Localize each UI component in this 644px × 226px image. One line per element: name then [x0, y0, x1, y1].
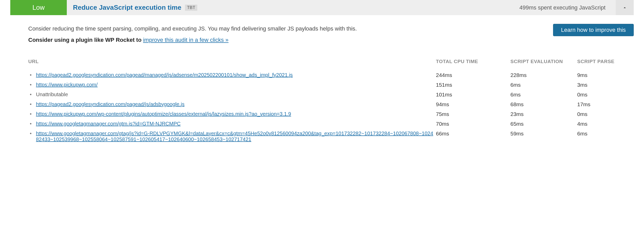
url-link[interactable]: https://www.pickupwp.com/	[36, 82, 98, 87]
eval-cell: 228ms	[510, 72, 575, 78]
cpu-cell: 70ms	[436, 121, 508, 127]
plugin-suggestion-prefix: Consider using a plugin like WP Rocket t…	[28, 37, 143, 43]
audit-data-table: URL TOTAL CPU TIME SCRIPT EVALUATION SCR…	[28, 59, 623, 142]
table-row: https://www.googletagmanager.com/gtag/js…	[28, 131, 623, 142]
cpu-cell: 151ms	[436, 82, 508, 88]
url-cell: https://www.pickupwp.com/wp-content/plug…	[28, 111, 433, 117]
cpu-cell: 66ms	[436, 131, 508, 137]
parse-cell: 9ms	[577, 72, 623, 78]
url-text: Unattributable	[36, 92, 68, 97]
audit-title-area: Reduce JavaScript execution time TBT	[67, 0, 519, 15]
col-total-cpu: TOTAL CPU TIME	[436, 59, 508, 64]
table-row: https://www.pickupwp.com/wp-content/plug…	[28, 111, 623, 117]
audit-description: Consider reducing the time spent parsing…	[28, 25, 623, 32]
audit-body: Learn how to improve this Consider reduc…	[10, 15, 634, 149]
parse-cell: 17ms	[577, 101, 623, 107]
eval-cell: 23ms	[510, 111, 575, 117]
plugin-suggestion-link[interactable]: improve this audit in a few clicks »	[143, 37, 229, 43]
url-link[interactable]: https://pagead2.googlesyndication.com/pa…	[36, 101, 184, 107]
url-cell: https://pagead2.googlesyndication.com/pa…	[28, 72, 433, 78]
url-cell: https://www.googletagmanager.com/gtag/js…	[28, 131, 433, 142]
cpu-cell: 94ms	[436, 101, 508, 107]
parse-cell: 6ms	[577, 131, 623, 137]
url-link[interactable]: https://www.googletagmanager.com/gtag/js…	[36, 131, 433, 142]
parse-cell: 4ms	[577, 121, 623, 127]
cpu-cell: 75ms	[436, 111, 508, 117]
eval-cell: 6ms	[510, 92, 575, 98]
col-script-parse: SCRIPT PARSE	[577, 59, 623, 64]
parse-cell: 0ms	[577, 111, 623, 117]
url-cell: https://www.googletagmanager.com/gtm.js?…	[28, 121, 433, 127]
eval-cell: 65ms	[510, 121, 575, 127]
audit-title: Reduce JavaScript execution time	[73, 4, 181, 12]
url-cell: https://pagead2.googlesyndication.com/pa…	[28, 101, 433, 107]
table-header-row: URL TOTAL CPU TIME SCRIPT EVALUATION SCR…	[28, 59, 623, 64]
eval-cell: 6ms	[510, 82, 575, 88]
table-row: Unattributable101ms6ms0ms	[28, 92, 623, 98]
url-cell: https://www.pickupwp.com/	[28, 82, 433, 88]
table-body: https://pagead2.googlesyndication.com/pa…	[28, 72, 623, 142]
collapse-toggle[interactable]	[616, 0, 634, 15]
audit-header: Low Reduce JavaScript execution time TBT…	[10, 0, 634, 15]
parse-cell: 0ms	[577, 92, 623, 98]
parse-cell: 3ms	[577, 82, 623, 88]
table-row: https://pagead2.googlesyndication.com/pa…	[28, 72, 623, 78]
audit-summary: 499ms spent executing JavaScript	[519, 0, 616, 15]
table-row: https://pagead2.googlesyndication.com/pa…	[28, 101, 623, 107]
col-script-eval: SCRIPT EVALUATION	[510, 59, 575, 64]
cpu-cell: 101ms	[436, 92, 508, 98]
learn-how-button[interactable]: Learn how to improve this	[553, 24, 634, 36]
chevron-up-icon	[622, 5, 627, 10]
url-link[interactable]: https://www.pickupwp.com/wp-content/plug…	[36, 111, 291, 117]
table-row: https://www.googletagmanager.com/gtm.js?…	[28, 121, 623, 127]
cpu-cell: 244ms	[436, 72, 508, 78]
metric-badge: TBT	[185, 5, 197, 11]
severity-badge: Low	[10, 0, 67, 15]
col-url: URL	[28, 59, 433, 64]
table-row: https://www.pickupwp.com/151ms6ms3ms	[28, 82, 623, 88]
url-link[interactable]: https://pagead2.googlesyndication.com/pa…	[36, 72, 293, 78]
plugin-suggestion: Consider using a plugin like WP Rocket t…	[28, 37, 623, 43]
url-link[interactable]: https://www.googletagmanager.com/gtm.js?…	[36, 121, 181, 126]
eval-cell: 68ms	[510, 101, 575, 107]
url-cell: Unattributable	[28, 92, 433, 97]
eval-cell: 59ms	[510, 131, 575, 137]
